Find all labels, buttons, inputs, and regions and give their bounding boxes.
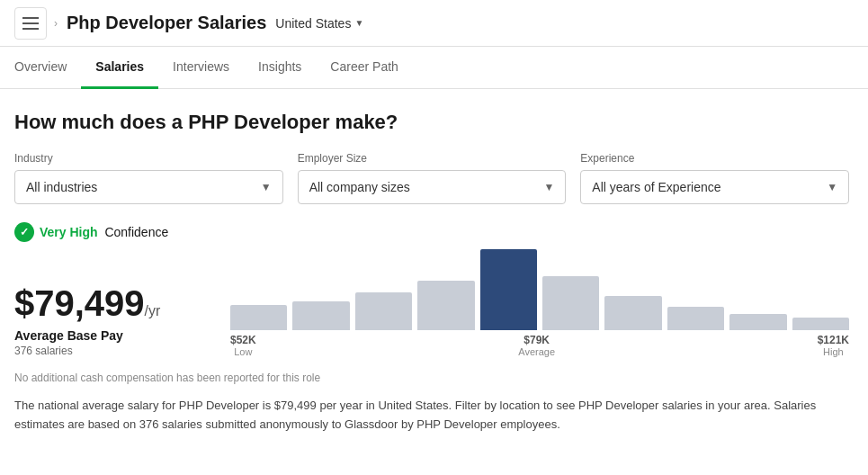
breadcrumb-arrow: › <box>54 17 58 30</box>
tab-bar: Overview Salaries Interviews Insights Ca… <box>0 47 868 89</box>
disclaimer: No additional cash compensation has been… <box>14 372 849 384</box>
chart-high-value: $121K <box>818 334 849 346</box>
salary-count: 376 salaries <box>14 345 203 357</box>
chart-low-value: $52K <box>230 334 256 346</box>
confidence-level: Very High <box>40 225 98 239</box>
salary-info: $79,499/yr Average Base Pay 376 salaries <box>14 283 230 357</box>
bar-8 <box>667 307 724 330</box>
chart-label-low: $52K Low <box>230 334 256 357</box>
chart-bars <box>230 249 849 330</box>
industry-select[interactable]: All industries ▼ <box>14 170 283 204</box>
employer-size-chevron-icon: ▼ <box>543 181 554 193</box>
salary-label: Average Base Pay <box>14 328 203 343</box>
salary-amount: $79,499/yr <box>14 283 203 323</box>
experience-select[interactable]: All years of Experience ▼ <box>580 170 849 204</box>
filters-row: Industry All industries ▼ Employer Size … <box>14 152 849 204</box>
employer-size-filter-group: Employer Size All company sizes ▼ <box>298 152 567 204</box>
bar-10 <box>792 318 849 330</box>
chart-low-text: Low <box>230 346 256 357</box>
menu-button[interactable] <box>14 7 47 40</box>
employer-size-label: Employer Size <box>298 152 567 165</box>
location-label: United States <box>275 16 351 31</box>
tab-insights[interactable]: Insights <box>244 47 316 89</box>
employer-size-select[interactable]: All company sizes ▼ <box>298 170 567 204</box>
bar-9 <box>729 314 786 330</box>
page-title: Php Developer Salaries <box>67 13 266 33</box>
confidence-text: Very High Confidence <box>40 225 168 239</box>
industry-chevron-icon: ▼ <box>261 181 272 193</box>
tab-overview[interactable]: Overview <box>14 47 81 89</box>
confidence-row: ✓ Very High Confidence <box>14 222 849 242</box>
chart-avg-text: Average <box>518 346 555 357</box>
industry-filter-group: Industry All industries ▼ <box>14 152 283 204</box>
bar-1 <box>230 305 287 330</box>
employer-size-value: All company sizes <box>309 180 410 194</box>
confidence-icon: ✓ <box>14 222 34 242</box>
chart-labels: $52K Low $79K Average $121K High <box>230 334 849 357</box>
experience-filter-group: Experience All years of Experience ▼ <box>580 152 849 204</box>
location-selector[interactable]: United States ▼ <box>275 16 363 31</box>
salary-chart: $52K Low $79K Average $121K High <box>230 249 849 357</box>
tab-salaries[interactable]: Salaries <box>81 47 158 89</box>
industry-label: Industry <box>14 152 283 165</box>
section-heading: How much does a PHP Developer make? <box>14 111 849 134</box>
chart-label-average: $79K Average <box>518 334 555 357</box>
bar-4 <box>417 281 474 330</box>
tab-interviews[interactable]: Interviews <box>158 47 244 89</box>
bar-5-average <box>480 249 537 330</box>
experience-chevron-icon: ▼ <box>827 181 837 193</box>
chart-high-text: High <box>818 346 849 357</box>
description: The national average salary for PHP Deve… <box>14 397 849 435</box>
chart-avg-value: $79K <box>518 334 555 346</box>
salary-chart-row: $79,499/yr Average Base Pay 376 salaries <box>14 249 849 357</box>
main-content: How much does a PHP Developer make? Indu… <box>0 89 864 449</box>
chart-label-high: $121K High <box>818 334 849 357</box>
bar-7 <box>604 296 661 330</box>
experience-value: All years of Experience <box>592 180 720 194</box>
tab-career-path[interactable]: Career Path <box>316 47 412 89</box>
industry-value: All industries <box>26 180 97 194</box>
experience-label: Experience <box>580 152 849 165</box>
bar-6 <box>542 276 599 330</box>
bar-3 <box>355 292 412 330</box>
bar-2 <box>292 301 349 330</box>
confidence-label: Confidence <box>104 225 168 239</box>
location-caret-icon: ▼ <box>354 18 363 28</box>
